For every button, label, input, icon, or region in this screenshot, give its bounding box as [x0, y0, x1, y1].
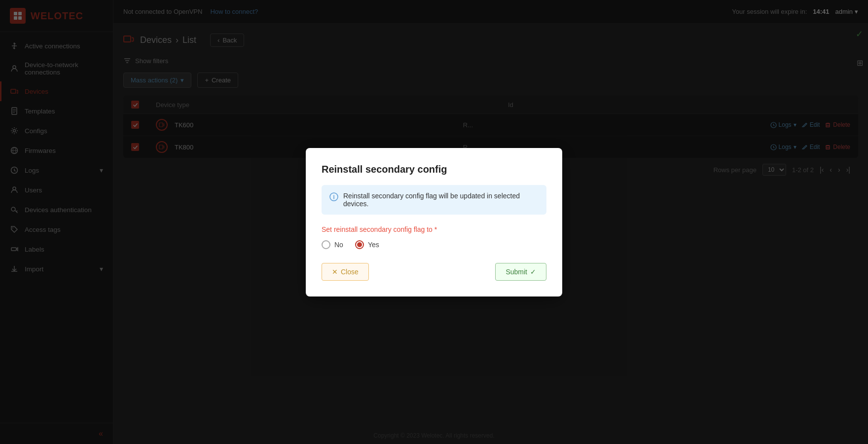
submit-button-label: Submit	[506, 268, 527, 276]
close-button[interactable]: ✕ Close	[322, 263, 369, 281]
reinstall-config-modal: Reinstall secondary config Reinstall sec…	[306, 148, 562, 296]
radio-yes-circle	[355, 240, 364, 249]
modal-flag-label: Set reinstall secondary config flag to *	[322, 225, 546, 233]
modal-footer: ✕ Close Submit ✓	[322, 263, 546, 281]
radio-yes[interactable]: Yes	[355, 240, 379, 249]
close-x-icon: ✕	[332, 268, 338, 276]
submit-button[interactable]: Submit ✓	[495, 263, 546, 281]
radio-yes-dot	[357, 242, 362, 247]
flag-required-marker: *	[434, 225, 437, 233]
modal-title: Reinstall secondary config	[322, 164, 546, 175]
close-button-label: Close	[341, 268, 359, 276]
radio-no[interactable]: No	[322, 240, 343, 249]
radio-no-circle	[322, 240, 330, 249]
modal-info-box: Reinstall secondary config flag will be …	[322, 185, 546, 215]
radio-yes-label: Yes	[368, 241, 379, 249]
submit-check-icon: ✓	[530, 268, 536, 276]
modal-overlay: Reinstall secondary config Reinstall sec…	[0, 0, 868, 444]
modal-info-text: Reinstall secondary config flag will be …	[343, 192, 539, 208]
radio-no-label: No	[334, 241, 343, 249]
info-circle-icon	[329, 192, 338, 203]
radio-group: No Yes	[322, 240, 546, 249]
